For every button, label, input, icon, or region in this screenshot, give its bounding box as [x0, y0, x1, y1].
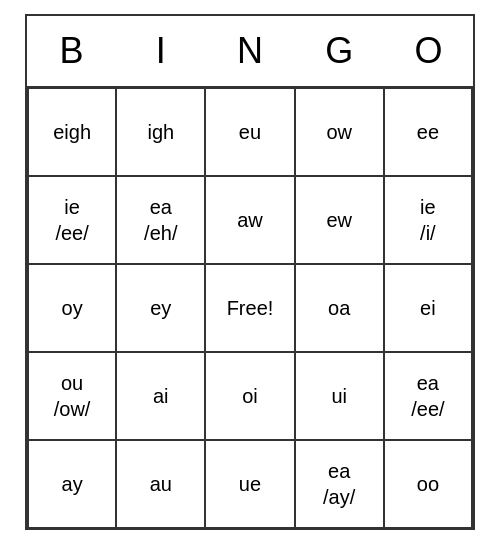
- cell-r1-c4: ow: [295, 88, 384, 176]
- cell-r1-c1: eigh: [27, 88, 116, 176]
- bingo-body: eighigheuoweeie/ee/ea/eh/awewie/i/oyeyFr…: [27, 88, 473, 528]
- cell-r1-c5: ee: [384, 88, 473, 176]
- cell-r4-c1: ou/ow/: [27, 352, 116, 440]
- header-letter-b: B: [27, 16, 116, 86]
- bingo-header: BINGO: [27, 16, 473, 88]
- cell-r5-c2: au: [116, 440, 205, 528]
- header-letter-o: O: [384, 16, 473, 86]
- header-letter-n: N: [205, 16, 294, 86]
- cell-r2-c1: ie/ee/: [27, 176, 116, 264]
- cell-r3-c2: ey: [116, 264, 205, 352]
- cell-r4-c2: ai: [116, 352, 205, 440]
- cell-r2-c2: ea/eh/: [116, 176, 205, 264]
- cell-r2-c4: ew: [295, 176, 384, 264]
- cell-r5-c5: oo: [384, 440, 473, 528]
- cell-r4-c4: ui: [295, 352, 384, 440]
- cell-r3-c1: oy: [27, 264, 116, 352]
- cell-r4-c5: ea/ee/: [384, 352, 473, 440]
- bingo-card: BINGO eighigheuoweeie/ee/ea/eh/awewie/i/…: [25, 14, 475, 530]
- cell-r5-c3: ue: [205, 440, 294, 528]
- header-letter-g: G: [295, 16, 384, 86]
- cell-r3-c5: ei: [384, 264, 473, 352]
- cell-r4-c3: oi: [205, 352, 294, 440]
- cell-r3-c4: oa: [295, 264, 384, 352]
- cell-r1-c3: eu: [205, 88, 294, 176]
- cell-r2-c3: aw: [205, 176, 294, 264]
- header-letter-i: I: [116, 16, 205, 86]
- cell-r5-c4: ea/ay/: [295, 440, 384, 528]
- cell-r5-c1: ay: [27, 440, 116, 528]
- cell-r3-c3: Free!: [205, 264, 294, 352]
- cell-r2-c5: ie/i/: [384, 176, 473, 264]
- cell-r1-c2: igh: [116, 88, 205, 176]
